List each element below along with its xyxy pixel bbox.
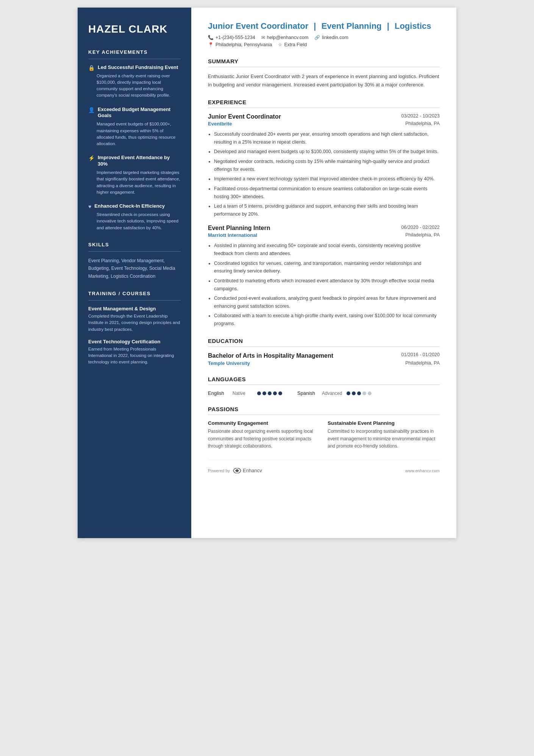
skills-title: SKILLS: [88, 242, 181, 247]
achievement-desc: Managed event budgets of $100,000+, main…: [88, 121, 181, 147]
lang-dot: [268, 391, 272, 395]
achievements-title: KEY ACHIEVEMENTS: [88, 49, 181, 55]
extra-contact: ☆ Extra Field: [278, 42, 307, 47]
location-text: Philadelphia, Pennsylvania: [215, 42, 272, 47]
exp-title: Event Planning Intern: [208, 225, 270, 232]
education-content: Bachelor of Arts in Hospitality Manageme…: [208, 352, 440, 366]
achievement-title: Enhanced Check-In Efficiency: [94, 203, 165, 210]
summary-section: SUMMARY Enthusiastic Junior Event Coordi…: [208, 58, 440, 89]
exp-bullet: Led a team of 5 interns, providing guida…: [214, 202, 440, 218]
summary-divider: [208, 67, 440, 67]
lang-name: English: [208, 390, 229, 396]
education-section: EDUCATION Bachelor of Arts in Hospitalit…: [208, 338, 440, 366]
footer-logo-text: Enhancv: [243, 468, 262, 473]
exp-bullet: Collaborated with a team to execute a hi…: [214, 312, 440, 327]
passions-divider: [208, 415, 440, 415]
title-separator: |: [385, 21, 392, 31]
achievement-icon: 🔒: [88, 65, 95, 71]
achievement-header: ♥ Enhanced Check-In Efficiency: [88, 203, 181, 210]
training-title: TRAINING / COURSES: [88, 291, 181, 296]
passions-title: PASSIONS: [208, 406, 440, 412]
lang-dot: [362, 391, 366, 395]
lang-dots: [257, 391, 282, 395]
languages-title: LANGUAGES: [208, 376, 440, 382]
location-contact: 📍 Philadelphia, Pennsylvania: [208, 42, 272, 47]
experience-list: Junior Event Coordinator 03/2022 - 10/20…: [208, 113, 440, 328]
achievement-title: Led Successful Fundraising Event: [98, 64, 178, 71]
exp-location: Philadelphia, PA: [405, 121, 440, 127]
resume-container: HAZEL CLARK KEY ACHIEVEMENTS 🔒 Led Succe…: [78, 8, 456, 538]
exp-header: Junior Event Coordinator 03/2022 - 10/20…: [208, 113, 440, 120]
exp-bullet: Facilitated cross-departmental communica…: [214, 185, 440, 200]
achievements-divider: [88, 59, 181, 59]
footer: Powered by Enhancv www.enhancv.com: [208, 460, 440, 473]
enhancv-logo-icon: [233, 468, 241, 473]
skills-text: Event Planning, Vendor Management, Budge…: [88, 257, 181, 280]
language-item: Spanish Advanced: [297, 390, 372, 396]
title-part-2: Logistics: [395, 21, 431, 31]
exp-date: 06/2020 - 02/2022: [401, 225, 440, 230]
education-title: EDUCATION: [208, 338, 440, 344]
education-divider: [208, 346, 440, 347]
experience-section: EXPERIENCE Junior Event Coordinator 03/2…: [208, 99, 440, 328]
phone-contact: 📞 +1-(234)-555-1234: [208, 35, 255, 40]
passion-desc: Committed to incorporating sustainabilit…: [328, 428, 440, 450]
exp-company: Eventbrite: [208, 121, 232, 127]
main-header: Junior Event Coordinator | Event Plannin…: [208, 21, 440, 47]
exp-bullet: Coordinated logistics for venues, cateri…: [214, 260, 440, 275]
lang-dot: [273, 391, 277, 395]
lang-name: Spanish: [297, 390, 318, 396]
exp-company: Marriott International: [208, 232, 257, 238]
lang-dot: [347, 391, 350, 395]
contact-line: 📞 +1-(234)-555-1234 ✉ help@enhancv.com 🔗…: [208, 35, 440, 40]
achievement-header: 👤 Exceeded Budget Management Goals: [88, 106, 181, 119]
lang-level: Advanced: [322, 391, 343, 396]
achievement-header: 🔒 Led Successful Fundraising Event: [88, 64, 181, 71]
passion-item: Sustainable Event Planning Committed to …: [328, 420, 440, 450]
lang-dot: [278, 391, 282, 395]
exp-bullet: Successfully coordinated 20+ events per …: [214, 130, 440, 146]
languages-row: English Native Spanish Advanced: [208, 390, 440, 396]
exp-bullets: Successfully coordinated 20+ events per …: [208, 130, 440, 218]
contact-line-2: 📍 Philadelphia, Pennsylvania ☆ Extra Fie…: [208, 42, 440, 47]
exp-company-line: Eventbrite Philadelphia, PA: [208, 121, 440, 127]
star-icon: ☆: [278, 42, 282, 47]
main-content: Junior Event Coordinator | Event Plannin…: [191, 8, 456, 538]
passion-desc: Passionate about organizing events suppo…: [208, 428, 320, 450]
job-title-line: Junior Event Coordinator | Event Plannin…: [208, 21, 440, 31]
achievement-icon: 👤: [88, 107, 95, 113]
passions-grid: Community Engagement Passionate about or…: [208, 420, 440, 450]
edu-school: Temple University: [208, 360, 250, 366]
achievement-item: ♥ Enhanced Check-In Efficiency Streamlin…: [88, 203, 181, 231]
website-contact: 🔗 linkedin.com: [314, 35, 348, 40]
website-text: linkedin.com: [322, 35, 348, 40]
email-contact: ✉ help@enhancv.com: [261, 35, 309, 40]
achievement-item: 🔒 Led Successful Fundraising Event Organ…: [88, 64, 181, 99]
exp-bullets: Assisted in planning and executing 50+ c…: [208, 242, 440, 327]
lang-dot: [262, 391, 266, 395]
lang-dot: [257, 391, 261, 395]
experience-item: Event Planning Intern 06/2020 - 02/2022 …: [208, 225, 440, 327]
exp-location: Philadelphia, PA: [405, 232, 440, 238]
exp-company-line: Marriott International Philadelphia, PA: [208, 232, 440, 238]
training-desc: Completed through the Event Leadership I…: [88, 313, 181, 333]
candidate-name: HAZEL CLARK: [88, 23, 181, 36]
passions-section: PASSIONS Community Engagement Passionate…: [208, 406, 440, 450]
title-part-0: Junior Event Coordinator: [208, 21, 308, 31]
skills-divider: [88, 251, 181, 252]
training-list: Event Management & Design Completed thro…: [88, 306, 181, 366]
exp-bullet: Assisted in planning and executing 50+ c…: [214, 242, 440, 257]
languages-section: LANGUAGES English Native Spanish Advance…: [208, 376, 440, 396]
footer-logo: Enhancv: [233, 468, 262, 473]
phone-text: +1-(234)-555-1234: [215, 35, 255, 40]
lang-dot: [352, 391, 356, 395]
extra-text: Extra Field: [284, 42, 307, 47]
lang-dot: [357, 391, 361, 395]
skills-section: SKILLS Event Planning, Vendor Management…: [88, 242, 181, 280]
experience-title: EXPERIENCE: [208, 99, 440, 105]
experience-divider: [208, 108, 440, 108]
exp-title: Junior Event Coordinator: [208, 113, 281, 120]
achievement-icon: ♥: [88, 203, 91, 210]
languages-divider: [208, 385, 440, 385]
achievements-list: 🔒 Led Successful Fundraising Event Organ…: [88, 64, 181, 231]
